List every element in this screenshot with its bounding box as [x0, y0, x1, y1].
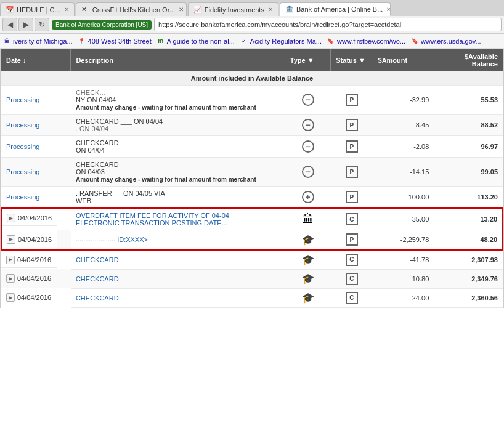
- balance-cell: 13.20: [434, 208, 503, 230]
- desc-cell: CHECKCARD ___ ON 04/04 . ON 04/04: [71, 115, 285, 136]
- col-header-description[interactable]: Description: [71, 49, 285, 71]
- col-header-balance[interactable]: $Available Balance: [434, 49, 503, 71]
- minus-icon: −: [302, 140, 314, 153]
- type-cell: 🎓: [285, 230, 330, 250]
- bookmark-408[interactable]: 📍 408 West 34th Street: [78, 37, 152, 46]
- desc-line1: ID:XXXX>: [117, 236, 148, 243]
- desc-line2: ON 04/03: [76, 168, 105, 175]
- status-cell: P: [331, 158, 373, 187]
- tab-boa[interactable]: 🏦 Bank of America | Online B... ✕: [280, 2, 391, 16]
- date-cell: ▶ 04/04/2016: [1, 288, 57, 305]
- bookmark-university[interactable]: 🏛 iversity of Michiga...: [2, 37, 73, 46]
- desc-link[interactable]: CHECKCARD: [76, 256, 119, 264]
- tab-schedule[interactable]: 📅 HEDULE | C... ✕: [0, 2, 75, 16]
- type-cell: 🏛: [285, 208, 330, 230]
- desc-cell: CHECKCARD: [71, 250, 285, 270]
- amount-cell: -24.00: [373, 288, 434, 307]
- c-status-icon: C: [346, 254, 358, 266]
- c-status-icon: C: [346, 213, 358, 225]
- date-cell: Processing: [1, 158, 71, 187]
- p-status-icon: P: [346, 119, 358, 131]
- p-status-icon: P: [346, 140, 358, 153]
- bookmark-university-icon: 🏛: [2, 37, 11, 46]
- cap-icon: 🎓: [302, 254, 314, 265]
- col-header-type[interactable]: Type ▼: [285, 49, 330, 71]
- tab-fidelity[interactable]: 📈 Fidelity Investments ✕: [188, 2, 278, 16]
- desc-note: Amount may change - waiting for final am…: [76, 176, 256, 183]
- type-cell: −: [285, 115, 330, 136]
- transfer-icon: 🎓: [302, 235, 314, 245]
- col-header-status[interactable]: Status ▼: [331, 49, 373, 71]
- bookmarks-bar: 🏛 iversity of Michiga... 📍 408 West 34th…: [0, 34, 504, 49]
- desc-note: Amount may change - waiting for final am…: [76, 104, 256, 111]
- balance-cell: 96.97: [434, 136, 503, 158]
- balance-cell: 2,307.98: [434, 250, 503, 270]
- balance-cell: 99.05: [434, 158, 503, 187]
- expand-icon[interactable]: ▶: [6, 256, 15, 264]
- tab-crossfit[interactable]: ✕ CrossFit Hell's Kitchen Or... ✕: [76, 2, 187, 16]
- p-status-icon: P: [346, 233, 358, 246]
- desc-line2: NY ON 04/04: [76, 96, 116, 103]
- col-header-amount[interactable]: $Amount: [373, 49, 434, 71]
- status-cell: P: [331, 86, 373, 115]
- bookmark-guide[interactable]: m A guide to the non-al...: [156, 37, 235, 46]
- address-bar-row: ◀ ▶ ↻ Bank of America Corporation [US]: [0, 16, 504, 34]
- tab-close-fidelity[interactable]: ✕: [268, 6, 273, 13]
- balance-cell: 55.53: [434, 86, 503, 115]
- cap-icon: 🎓: [302, 292, 314, 303]
- bookmark-guide-icon: m: [156, 37, 165, 46]
- desc-cell: CHECKCARD: [71, 288, 285, 307]
- status-cell: P: [331, 136, 373, 158]
- expand-icon[interactable]: ▶: [7, 235, 15, 244]
- tab-close-crossfit[interactable]: ✕: [179, 6, 184, 13]
- address-input[interactable]: [154, 18, 502, 31]
- expand-icon[interactable]: ▶: [6, 293, 15, 302]
- col-header-date[interactable]: Date ↓: [1, 49, 71, 71]
- bookmark-acidity[interactable]: ✓ Acidity Regulators Ma...: [240, 37, 322, 46]
- desc-line1: CHECKCARD: [76, 256, 119, 264]
- desc-link[interactable]: OVERDRAFT ITEM FEE FOR ACTIVITY OF 04-04…: [76, 212, 229, 227]
- tab-close-boa[interactable]: ✕: [386, 6, 391, 13]
- tab-favicon-boa: 🏦: [285, 5, 294, 14]
- bookmark-408-icon: 📍: [78, 37, 86, 46]
- nav-buttons: ◀ ▶ ↻: [2, 18, 49, 31]
- desc-cell: ····················· ID:XXXX>: [71, 230, 285, 250]
- table-row: Processing . RANSFER ON 04/05 VIA WEB + …: [1, 187, 503, 209]
- expand-icon[interactable]: ▶: [6, 274, 15, 283]
- p-status-icon: P: [346, 191, 358, 203]
- forward-button[interactable]: ▶: [18, 18, 33, 31]
- bookmark-firstbev[interactable]: 🔖 www.firstbev.com/wo...: [327, 37, 405, 46]
- status-cell: C: [331, 250, 373, 270]
- tab-favicon-crossfit: ✕: [81, 6, 90, 14]
- date-cell: Processing: [1, 86, 71, 115]
- plus-icon: +: [302, 191, 314, 203]
- date-cell: ▶ 04/04/2016: [2, 209, 57, 226]
- amount-cell: -8.45: [373, 115, 434, 136]
- desc-link[interactable]: ····················· ID:XXXX>: [76, 236, 148, 243]
- desc-link[interactable]: CHECKCARD: [76, 294, 119, 302]
- bookmark-ers[interactable]: 🔖 www.ers.usda.gov...: [410, 37, 481, 46]
- table-row: Processing CHECKCARD ___ ON 04/04 . ON 0…: [1, 115, 503, 136]
- transactions-table: Date ↓ Description Type ▼ Status ▼ $Amou…: [1, 49, 503, 308]
- desc-cell: CHECKCARD ON 04/04: [71, 136, 285, 158]
- balance-cell: 113.20: [434, 187, 503, 209]
- back-button[interactable]: ◀: [2, 18, 17, 31]
- desc-line1: CHECKCARD ___ ON 04/04: [76, 118, 163, 125]
- type-cell: 🎓: [285, 288, 330, 307]
- security-badge: Bank of America Corporation [US]: [52, 20, 152, 30]
- browser-tabs: 📅 HEDULE | C... ✕ ✕ CrossFit Hell's Kitc…: [0, 0, 504, 16]
- type-cell: −: [285, 86, 330, 115]
- desc-link[interactable]: CHECKCARD: [76, 275, 119, 283]
- bookmark-acidity-icon: ✓: [240, 37, 248, 46]
- date-cell: ▶ 04/04/2016: [1, 269, 57, 286]
- balance-cell: 88.52: [434, 115, 503, 136]
- type-cell: −: [285, 158, 330, 187]
- expand-icon[interactable]: ▶: [7, 214, 15, 222]
- c-status-icon: C: [346, 273, 358, 285]
- reload-button[interactable]: ↻: [35, 18, 49, 31]
- amount-cell: 100.00: [373, 187, 434, 209]
- date-cell: ▶ 04/04/2016: [1, 251, 57, 268]
- tab-close-schedule[interactable]: ✕: [64, 6, 69, 13]
- desc-line2: ELECTRONIC TRANSACTION POSTING DATE...: [76, 219, 227, 227]
- minus-icon: −: [302, 166, 314, 178]
